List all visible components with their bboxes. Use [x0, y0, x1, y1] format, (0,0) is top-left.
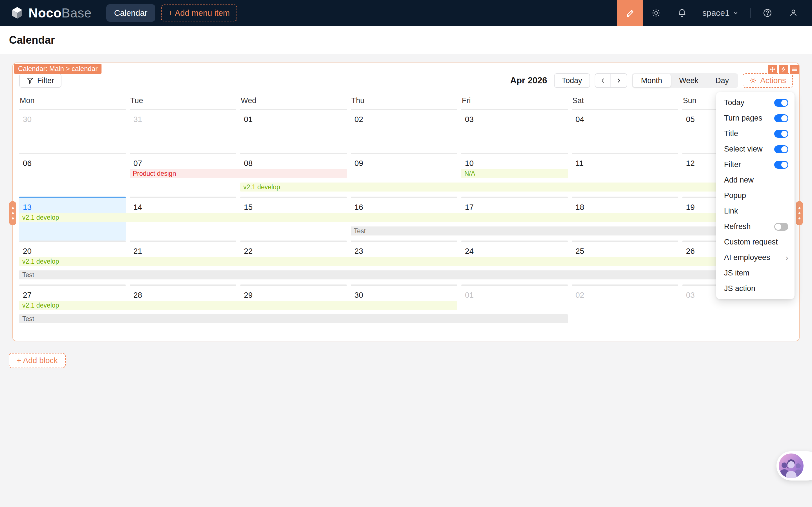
cell-top-bar [572, 240, 678, 242]
toggle-filter[interactable] [774, 161, 788, 169]
calendar-event-v2-1-develop[interactable]: v2.1 develop [19, 257, 789, 266]
weekday-label: Sat [572, 96, 682, 109]
date-number: 24 [465, 247, 572, 256]
block-resize-handle-right[interactable] [796, 201, 803, 225]
date-number: 17 [465, 203, 572, 212]
workspace-selector[interactable]: space1 [695, 8, 746, 18]
menu-item-label: Filter [724, 160, 741, 169]
menu-item-custom-request[interactable]: Custom request [716, 234, 795, 250]
chevron-down-icon [732, 10, 739, 16]
calendar-event-test[interactable]: Test [19, 314, 568, 323]
today-button[interactable]: Today [554, 73, 590, 88]
block-resize-handle-left[interactable] [9, 201, 16, 225]
date-number: 22 [244, 247, 351, 256]
lightning-icon[interactable] [779, 65, 788, 74]
toggle-refresh[interactable] [774, 223, 788, 231]
menu-item-js-item[interactable]: JS item [716, 265, 795, 281]
week-row: 20212223242526v2.1 developTest [19, 240, 793, 284]
menu-item-popup[interactable]: Popup [716, 188, 795, 203]
day-cell-02[interactable]: 02 [351, 109, 461, 153]
actions-button[interactable]: Actions [743, 73, 793, 88]
menu-item-select-view[interactable]: Select view [716, 142, 795, 157]
page-title: Calendar [9, 34, 55, 46]
menu-item-today[interactable]: Today [716, 95, 795, 110]
calendar-event-v2-1-develop[interactable]: v2.1 develop [19, 213, 789, 222]
navbar-divider [750, 8, 751, 18]
day-cell-06[interactable]: 06 [19, 153, 130, 196]
calendar-event-product-design[interactable]: Product design [130, 169, 347, 178]
settings-button[interactable] [643, 0, 669, 26]
toggle-title[interactable] [774, 130, 788, 138]
menu-item-title[interactable]: Title [716, 126, 795, 142]
day-cell-31[interactable]: 31 [130, 109, 240, 153]
block-menu-icon[interactable] [790, 65, 799, 74]
cell-top-bar [19, 284, 126, 286]
view-switcher: MonthWeekDay [632, 73, 739, 88]
view-tab-month[interactable]: Month [633, 74, 671, 87]
calendar-event-n-a[interactable]: N/A [461, 169, 568, 178]
cell-top-bar [19, 109, 126, 110]
add-menu-item-button[interactable]: + Add menu item [161, 4, 237, 21]
logo-cube-icon [10, 6, 24, 20]
day-cell-03[interactable]: 03 [461, 109, 572, 153]
menu-item-turn-pages[interactable]: Turn pages [716, 110, 795, 126]
day-cell-30[interactable]: 30 [19, 109, 130, 153]
menu-item-link[interactable]: Link [716, 203, 795, 219]
prev-month-button[interactable] [595, 74, 611, 87]
cell-top-bar [240, 109, 347, 110]
date-number: 30 [23, 115, 130, 124]
actions-menu: TodayTurn pagesTitleSelect viewFilterAdd… [716, 92, 795, 299]
cell-top-bar [461, 153, 568, 154]
menu-item-refresh[interactable]: Refresh [716, 219, 795, 234]
date-number: 02 [354, 115, 461, 124]
menu-item-add-new[interactable]: Add new [716, 172, 795, 188]
toggle-turn-pages[interactable] [774, 114, 788, 122]
toggle-select-view[interactable] [774, 145, 788, 153]
ui-editor-button[interactable] [617, 0, 643, 26]
date-number: 29 [244, 291, 351, 300]
week-row: 27282930010203v2.1 developTest [19, 284, 793, 328]
day-cell-02[interactable]: 02 [572, 284, 682, 328]
calendar-event-test[interactable]: Test [19, 270, 789, 279]
cell-top-bar [351, 109, 457, 110]
menu-item-label: Turn pages [724, 114, 762, 122]
add-block-button[interactable]: + Add block [9, 353, 66, 368]
view-tab-day[interactable]: Day [707, 74, 737, 87]
user-button[interactable] [780, 0, 806, 26]
date-number: 08 [244, 159, 351, 168]
date-number: 11 [575, 159, 682, 168]
next-month-button[interactable] [611, 74, 627, 87]
week-row: 30310102030405 [19, 109, 793, 153]
date-number: 07 [133, 159, 240, 168]
filter-button[interactable]: Filter [19, 73, 61, 88]
nav-menu-item-calendar[interactable]: Calendar [106, 4, 155, 22]
menu-item-label: Custom request [724, 238, 778, 246]
week-row: 06070809101112Product designN/Av2.1 deve… [19, 153, 793, 196]
day-cell-01[interactable]: 01 [240, 109, 351, 153]
calendar-event-v2-1-develop[interactable]: v2.1 develop [240, 182, 789, 191]
menu-item-label: Title [724, 129, 738, 138]
date-number: 13 [23, 203, 130, 212]
cell-top-bar [461, 240, 568, 242]
menu-item-filter[interactable]: Filter [716, 157, 795, 172]
toggle-today[interactable] [774, 99, 788, 107]
view-tab-week[interactable]: Week [671, 74, 707, 87]
menu-item-label: JS item [724, 269, 749, 277]
gear-icon [651, 8, 661, 18]
calendar-block: Calendar: Main > calendar Fil [12, 62, 800, 341]
help-button[interactable] [755, 0, 780, 26]
ai-employees-launcher[interactable] [776, 451, 812, 481]
date-number: 02 [575, 291, 682, 300]
calendar-event-v2-1-develop[interactable]: v2.1 develop [19, 301, 457, 310]
notifications-button[interactable] [669, 0, 695, 26]
menu-item-js-action[interactable]: JS action [716, 281, 795, 296]
nocobase-logo[interactable]: NocoBase [10, 5, 92, 20]
menu-item-ai-employees[interactable]: AI employees› [716, 250, 795, 265]
filter-label: Filter [37, 76, 54, 85]
cell-top-bar [240, 153, 347, 154]
month-nav [595, 73, 627, 88]
day-cell-04[interactable]: 04 [572, 109, 682, 153]
menu-item-label: JS action [724, 284, 755, 293]
cell-top-bar [351, 153, 457, 154]
drag-handle-icon[interactable] [768, 65, 777, 74]
